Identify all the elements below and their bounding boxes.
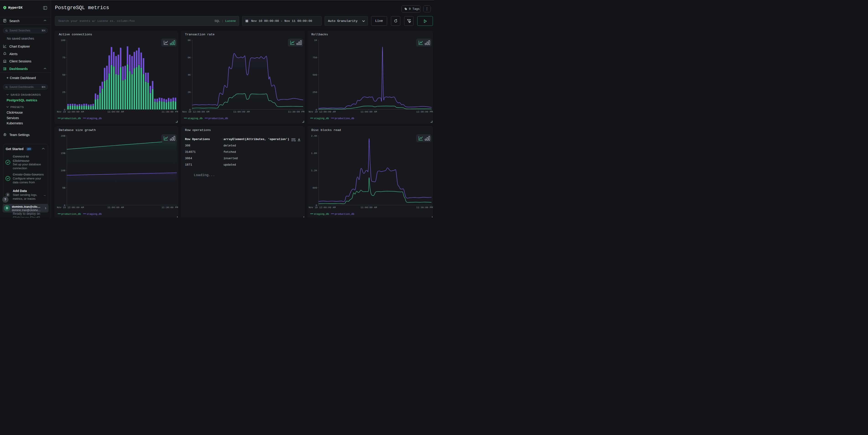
- svg-text:10B: 10B: [61, 169, 65, 172]
- svg-text:production_db: production_db: [208, 117, 228, 120]
- svg-text:1K: 1K: [314, 39, 317, 42]
- svg-text:production_db: production_db: [335, 213, 354, 215]
- svg-text:250: 250: [312, 91, 317, 94]
- svg-text:Nov 10 12:00:00 AM: Nov 10 12:00:00 AM: [57, 206, 84, 209]
- svg-text:600: 600: [312, 187, 317, 189]
- svg-text:Nov 10 12:00:00 AM: Nov 10 12:00:00 AM: [309, 206, 336, 209]
- svg-text:staging_db: staging_db: [314, 213, 329, 215]
- svg-text:11:30:00 PM: 11:30:00 PM: [416, 110, 433, 113]
- svg-text:5B: 5B: [62, 187, 65, 189]
- svg-text:500: 500: [312, 73, 317, 76]
- svg-text:11:30:00 PM: 11:30:00 PM: [161, 206, 178, 209]
- svg-text:15B: 15B: [61, 152, 65, 155]
- svg-text:4K: 4K: [188, 73, 191, 76]
- svg-text:2.4K: 2.4K: [311, 135, 317, 137]
- svg-text:11:00:00 AM: 11:00:00 AM: [107, 206, 124, 209]
- svg-text:Nov 10 12:00:00 AM: Nov 10 12:00:00 AM: [57, 110, 84, 113]
- svg-text:25: 25: [62, 91, 65, 94]
- svg-text:8K: 8K: [188, 39, 191, 42]
- svg-text:11:00:00 AM: 11:00:00 AM: [361, 110, 377, 113]
- svg-text:1.2K: 1.2K: [311, 169, 317, 172]
- svg-text:staging_db: staging_db: [314, 117, 329, 120]
- svg-text:Loading...: Loading...: [194, 173, 215, 177]
- svg-text:11:00:00 AM: 11:00:00 AM: [361, 206, 377, 209]
- svg-text:1.8K: 1.8K: [311, 152, 317, 155]
- svg-text:100: 100: [61, 39, 65, 42]
- svg-text:20B: 20B: [61, 135, 65, 137]
- svg-text:production_db: production_db: [61, 213, 81, 215]
- svg-text:Nov 10 12:00:00 AM: Nov 10 12:00:00 AM: [182, 110, 209, 113]
- svg-text:11:30:00 PM: 11:30:00 PM: [416, 206, 433, 209]
- svg-text:50: 50: [62, 73, 65, 76]
- svg-text:11:30:00 PM: 11:30:00 PM: [161, 110, 178, 113]
- svg-text:staging_db: staging_db: [87, 213, 102, 215]
- svg-text:2K: 2K: [188, 91, 191, 94]
- svg-text:11:00:00 AM: 11:00:00 AM: [107, 110, 124, 113]
- svg-text:11:30:00 PM: 11:30:00 PM: [288, 110, 304, 113]
- svg-text:11:00:00 AM: 11:00:00 AM: [233, 110, 250, 113]
- svg-text:production_db: production_db: [335, 117, 354, 120]
- svg-text:production_db: production_db: [61, 117, 81, 120]
- svg-text:staging_db: staging_db: [188, 117, 203, 120]
- svg-text:75: 75: [62, 56, 65, 59]
- svg-text:staging_db: staging_db: [87, 117, 102, 120]
- svg-text:6K: 6K: [188, 56, 191, 59]
- svg-text:750: 750: [312, 56, 317, 59]
- svg-text:Nov 10 12:00:00 AM: Nov 10 12:00:00 AM: [309, 110, 336, 113]
